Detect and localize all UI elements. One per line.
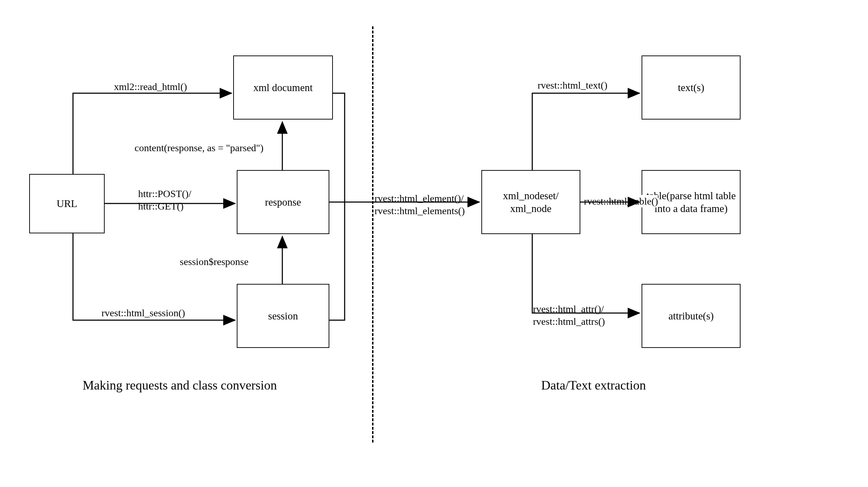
edge-text: rvest::html_session() xyxy=(101,307,185,318)
edge-label-html-text: rvest::html_text() xyxy=(538,79,607,91)
node-xml-document: xml document xyxy=(233,55,333,120)
node-url: URL xyxy=(29,174,105,233)
edge-label-session-response: session$response xyxy=(180,255,249,268)
node-session: session xyxy=(237,284,329,348)
section-label-right: Data/Text extraction xyxy=(541,378,646,393)
edge-label-html-session: rvest::html_session() xyxy=(101,307,185,319)
node-label: attribute(s) xyxy=(668,309,713,322)
node-attribute: attribute(s) xyxy=(642,284,741,348)
edge-label-content-parsed: content(response, as = "parsed") xyxy=(135,142,263,154)
edge-label-read-html: xml2::read_html() xyxy=(114,80,187,93)
edge-url-to-xmldoc xyxy=(73,93,231,174)
edge-text: xml2::read_html() xyxy=(114,81,187,92)
flowchart-diagram: URL xml document response session xml_no… xyxy=(0,0,868,487)
node-label: xml_nodeset/ xml_node xyxy=(503,189,559,215)
edge-text: rvest::html_attr()/ rvest::html_attrs() xyxy=(533,303,605,327)
node-response: response xyxy=(237,170,329,234)
edge-label-httr: httr::POST()/ httr::GET() xyxy=(138,175,191,212)
node-label: text(s) xyxy=(678,81,704,94)
edge-text: content(response, as = "parsed") xyxy=(135,142,263,153)
edge-text: session$response xyxy=(180,256,249,267)
node-text: text(s) xyxy=(642,55,741,120)
section-text: Making requests and class conversion xyxy=(83,378,277,392)
edge-text: rvest::html_element()/ rvest::html_eleme… xyxy=(375,193,465,216)
edge-text: rvest::html_table() xyxy=(584,196,658,207)
edge-label-html-attr: rvest::html_attr()/ rvest::html_attrs() xyxy=(533,290,605,328)
edge-session-merge xyxy=(329,202,345,320)
section-label-left: Making requests and class conversion xyxy=(83,378,277,393)
node-label: xml document xyxy=(253,81,313,94)
node-label: URL xyxy=(57,197,77,210)
node-label: session xyxy=(268,309,298,322)
section-text: Data/Text extraction xyxy=(541,378,646,392)
edge-xmldoc-merge xyxy=(333,93,345,202)
edge-text: httr::POST()/ httr::GET() xyxy=(138,188,191,212)
node-xml-nodeset: xml_nodeset/ xml_node xyxy=(481,170,580,234)
edge-text: rvest::html_text() xyxy=(538,80,607,91)
edge-nodeset-to-text xyxy=(532,93,639,170)
edge-label-html-table: rvest::html_table() xyxy=(584,195,658,207)
edge-label-html-element: rvest::html_element()/ rvest::html_eleme… xyxy=(375,180,465,217)
node-label: response xyxy=(265,196,301,208)
node-label: table(parse html table into a data frame… xyxy=(644,189,738,215)
section-divider xyxy=(372,26,373,443)
